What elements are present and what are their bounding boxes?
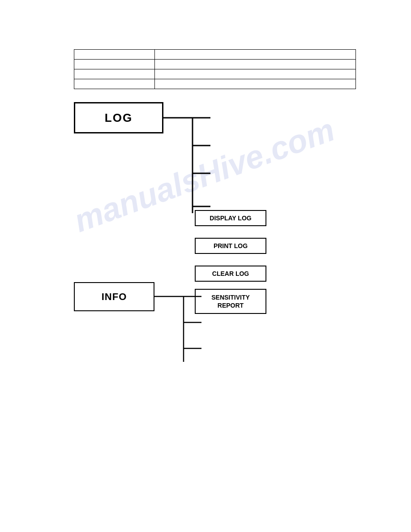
info-connector-svg <box>154 282 204 372</box>
sensitivity-report-button[interactable]: SENSITIVITYREPORT <box>195 289 266 314</box>
print-log-branch: PRINT LOG <box>195 232 266 260</box>
log-title: LOG <box>105 111 133 125</box>
table-cell <box>74 50 155 60</box>
clear-log-button[interactable]: CLEAR LOG <box>195 266 266 282</box>
table-cell <box>155 79 356 89</box>
print-log-button[interactable]: PRINT LOG <box>195 238 266 254</box>
log-section: LOG DISPLAY LOG PRINT LOG <box>74 102 213 223</box>
table-row <box>74 60 356 69</box>
log-connector-area: DISPLAY LOG PRINT LOG CLEAR LOG SENSITIV… <box>163 102 213 223</box>
table-row <box>74 79 356 89</box>
table-cell <box>74 60 155 69</box>
clear-log-branch: CLEAR LOG <box>195 260 266 287</box>
info-title: INFO <box>102 291 127 303</box>
display-log-button[interactable]: DISPLAY LOG <box>195 210 266 226</box>
sensitivity-report-label: SENSITIVITYREPORT <box>211 294 250 309</box>
top-table <box>74 49 356 89</box>
table-cell <box>74 79 155 89</box>
display-log-branch: DISPLAY LOG <box>195 204 266 232</box>
table-row <box>74 69 356 79</box>
table-cell <box>155 60 356 69</box>
log-branch-list: DISPLAY LOG PRINT LOG CLEAR LOG SENSITIV… <box>195 204 266 315</box>
table-cell <box>155 50 356 60</box>
info-connector-area: FIRMWARE VER. CONFIG. DATE PREV. MENU # <box>154 282 204 372</box>
info-section: INFO FIRMWARE VER. CONFIG. DATE <box>74 282 204 372</box>
table-cell <box>74 69 155 79</box>
info-menu-box[interactable]: INFO <box>74 282 154 311</box>
table-row <box>74 50 356 60</box>
sensitivity-report-branch: SENSITIVITYREPORT <box>195 287 266 315</box>
log-menu-box[interactable]: LOG <box>74 102 163 133</box>
table-cell <box>155 69 356 79</box>
